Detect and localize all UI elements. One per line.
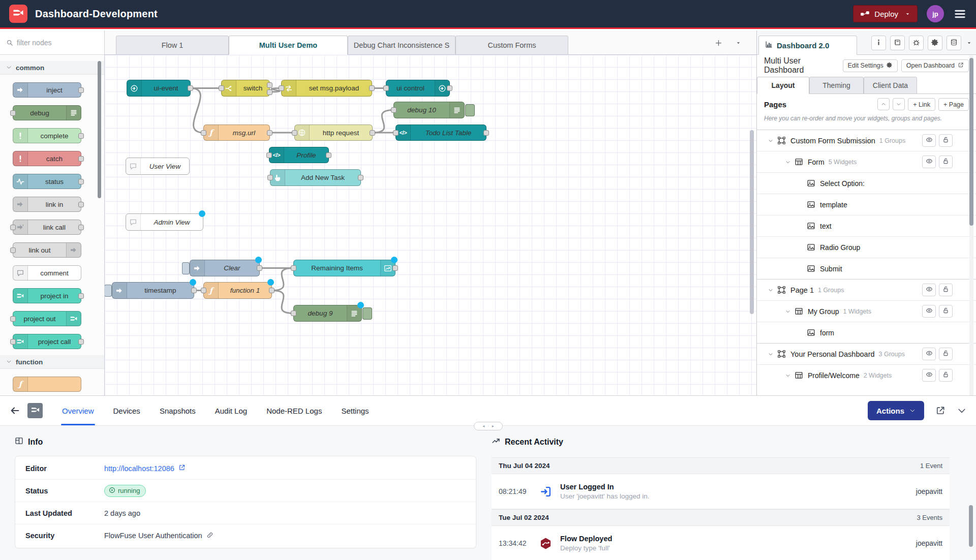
node-input-port[interactable]	[201, 288, 206, 293]
context-tab-button[interactable]	[947, 36, 961, 50]
lock-toggle-button[interactable]	[939, 155, 953, 168]
info-tab-button[interactable]	[871, 36, 886, 50]
node-output-port[interactable]	[78, 179, 84, 184]
palette-item-link-out[interactable]: link out	[13, 242, 81, 258]
flow-canvas[interactable]: ui-eventswitchset msg.payloadui controld…	[105, 55, 756, 395]
flow-node-ui-control[interactable]: ui control	[386, 80, 450, 97]
node-output-port[interactable]	[78, 202, 84, 207]
flow-node-clear[interactable]: Clear	[190, 260, 260, 276]
flow-node-timestamp[interactable]: timestamp	[112, 282, 194, 299]
node-output-port[interactable]	[447, 85, 452, 91]
flowfuse-logo[interactable]	[9, 5, 27, 23]
palette-item-project-in[interactable]: project in	[13, 288, 81, 303]
admin-scrollbar[interactable]	[969, 505, 973, 547]
palette-section-function[interactable]: function	[0, 355, 104, 369]
lock-toggle-button[interactable]	[939, 284, 953, 296]
group-row-form[interactable]: Form5 Widgets	[757, 151, 976, 172]
palette-item-catch[interactable]: catch	[13, 151, 81, 166]
palette-filter-input[interactable]	[17, 39, 88, 47]
flow-node-add-new-task[interactable]: Add New Task	[270, 169, 361, 186]
visibility-toggle-button[interactable]	[922, 284, 936, 296]
flow-list-caret-button[interactable]	[736, 40, 741, 46]
palette-section-common[interactable]: common	[0, 61, 104, 75]
tab-dashboard-2[interactable]: Dashboard 2.0	[758, 36, 857, 55]
flow-node-debug-10[interactable]: debug 10	[393, 102, 465, 118]
open-dashboard-button[interactable]: Open Dashboard	[901, 59, 969, 72]
palette-scrollbar[interactable]	[98, 61, 101, 198]
flow-node-function-1[interactable]: ƒfunction 1	[203, 282, 272, 299]
palette-item-status[interactable]: status	[13, 174, 81, 189]
flow-node-remaining-items[interactable]: Remaining Items	[293, 260, 395, 276]
node-output-port[interactable]	[78, 225, 84, 230]
flow-node-admin-view[interactable]: Admin View	[126, 213, 203, 231]
add-flow-button[interactable]	[715, 39, 722, 47]
wire-ui-event-to-msg-url[interactable]	[191, 88, 203, 133]
visibility-toggle-button[interactable]	[922, 155, 936, 168]
flow-tab-debug-chart-inconsistence-s[interactable]: Debug Chart Inconsistence S	[348, 36, 455, 55]
debug-tab-button[interactable]	[909, 36, 924, 50]
editor-link[interactable]: http://localhost:12086	[104, 464, 186, 473]
palette-item-function[interactable]: ƒ	[13, 377, 81, 392]
actions-button[interactable]: Actions	[868, 401, 924, 420]
lock-toggle-button[interactable]	[939, 369, 953, 382]
node-input-port[interactable]	[279, 85, 284, 91]
lock-toggle-button[interactable]	[939, 134, 953, 147]
flow-node-set-msg-payload[interactable]: set msg.payload	[281, 80, 372, 97]
debug-toggle-button[interactable]	[362, 307, 372, 320]
panel-resize-handle[interactable]: ◂·▸	[474, 422, 503, 430]
visibility-toggle-button[interactable]	[922, 134, 936, 147]
sidebar-more-tabs-button[interactable]	[966, 40, 972, 46]
flow-node-ui-event[interactable]: ui-event	[127, 80, 191, 97]
link-chain-icon[interactable]	[206, 532, 214, 540]
widget-row-form[interactable]: form	[757, 322, 976, 343]
admin-tab-audit-log[interactable]: Audit Log	[215, 396, 247, 425]
deploy-button[interactable]: Deploy	[853, 5, 918, 22]
page-row-page-1[interactable]: Page 11 Groups	[757, 279, 976, 300]
wire-function-1-to-debug-9[interactable]	[272, 291, 293, 314]
open-editor-button[interactable]	[935, 406, 946, 416]
node-output-port[interactable]	[78, 293, 84, 299]
group-row-my-group[interactable]: My Group1 Widgets	[757, 300, 976, 322]
palette-item-debug[interactable]: debug	[13, 105, 81, 120]
collapse-all-button[interactable]	[877, 98, 890, 110]
node-input-port[interactable]	[10, 339, 16, 345]
chevron-down-icon[interactable]	[785, 373, 790, 378]
visibility-toggle-button[interactable]	[922, 348, 936, 360]
chevron-down-icon[interactable]	[768, 138, 773, 143]
flow-node-profile[interactable]: </>Profile	[269, 147, 329, 163]
palette-item-inject[interactable]: inject	[13, 82, 81, 98]
activity-event-user-logged-in[interactable]: 08:21:49User Logged InUser 'joepavitt' h…	[492, 474, 950, 509]
group-row-profile-welcome[interactable]: Profile/Welcome2 Widgets	[757, 364, 976, 386]
palette-item-project-call[interactable]: project call	[13, 334, 81, 349]
node-input-port[interactable]	[219, 85, 224, 91]
flow-node-todo-list-table[interactable]: </>Todo List Table	[395, 125, 486, 141]
palette-item-project-out[interactable]: project out	[13, 311, 81, 326]
admin-tab-snapshots[interactable]: Snapshots	[160, 396, 196, 425]
activity-event-flow-deployed[interactable]: 13:34:42Flow DeployedDeploy type 'full'j…	[492, 526, 950, 560]
chevron-down-icon[interactable]	[785, 309, 790, 314]
flow-tab-custom-forms[interactable]: Custom Forms	[455, 36, 568, 55]
node-input-port[interactable]	[10, 110, 16, 116]
inject-button[interactable]	[105, 285, 112, 297]
node-input-port[interactable]	[10, 247, 16, 253]
widget-row-radio-group[interactable]: Radio Group	[757, 236, 976, 258]
add-page-button[interactable]: + Page	[938, 98, 969, 111]
flow-node-msg-url[interactable]: ƒmsg.url	[203, 125, 270, 141]
expand-all-button[interactable]	[893, 98, 905, 110]
node-input-port[interactable]	[292, 130, 297, 136]
avatar[interactable]: jp	[927, 5, 944, 22]
flow-tab-flow-1[interactable]: Flow 1	[116, 36, 229, 55]
node-input-port[interactable]	[201, 130, 206, 136]
inject-button[interactable]	[182, 262, 190, 274]
node-output-port[interactable]	[78, 339, 84, 345]
flow-node-user-view[interactable]: User View	[126, 158, 190, 175]
main-menu-button[interactable]	[953, 7, 967, 21]
sidebar-scrollbar[interactable]	[969, 58, 973, 226]
help-tab-button[interactable]	[890, 36, 905, 50]
widget-row-submit[interactable]: Submit	[757, 258, 976, 279]
chevron-down-icon[interactable]	[785, 160, 790, 165]
collapse-panel-button[interactable]	[957, 406, 967, 416]
config-tab-button[interactable]	[928, 36, 942, 50]
dashboard-tab-client-data[interactable]: Client Data	[864, 77, 917, 94]
edit-settings-button[interactable]: Edit Settings	[843, 59, 898, 72]
